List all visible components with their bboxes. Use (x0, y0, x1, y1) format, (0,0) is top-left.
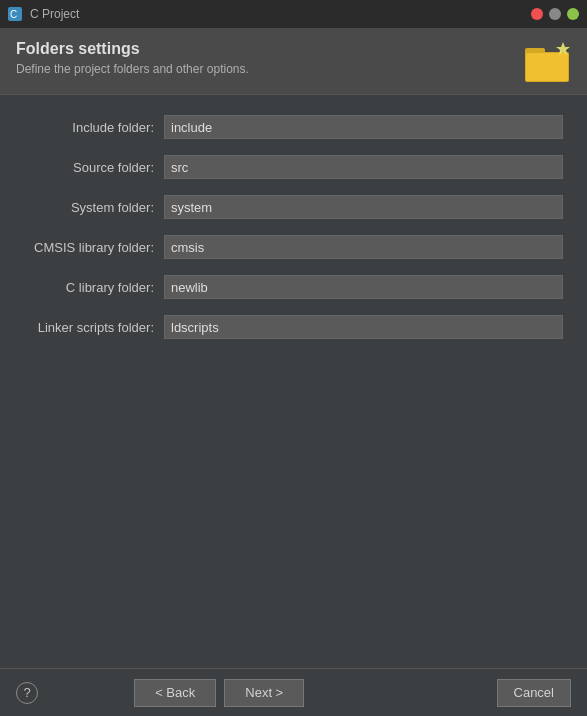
navigation-buttons: < Back Next > (134, 679, 304, 707)
input-linker-scripts-folder[interactable] (164, 315, 563, 339)
window-controls (531, 8, 579, 20)
input-c-library-folder[interactable] (164, 275, 563, 299)
next-button[interactable]: Next > (224, 679, 304, 707)
form-row-c-library-folder: C library folder: (24, 275, 563, 299)
form-row-linker-scripts-folder: Linker scripts folder: (24, 315, 563, 339)
back-button[interactable]: < Back (134, 679, 216, 707)
minimize-button[interactable] (549, 8, 561, 20)
form-row-source-folder: Source folder: (24, 155, 563, 179)
svg-text:C: C (10, 9, 17, 20)
form-row-system-folder: System folder: (24, 195, 563, 219)
label-source-folder: Source folder: (24, 160, 164, 175)
header-text: Folders settings Define the project fold… (16, 40, 249, 76)
label-c-library-folder: C library folder: (24, 280, 164, 295)
form-row-cmsis-folder: CMSIS library folder: (24, 235, 563, 259)
form-row-include-folder: Include folder: (24, 115, 563, 139)
close-button[interactable] (531, 8, 543, 20)
bottom-bar: ? < Back Next > Cancel (0, 668, 587, 716)
app-icon: C (8, 7, 22, 21)
label-include-folder: Include folder: (24, 120, 164, 135)
label-cmsis-folder: CMSIS library folder: (24, 240, 164, 255)
title-bar: C C Project (0, 0, 587, 28)
form-content: Include folder:Source folder:System fold… (0, 95, 587, 375)
dialog-header: Folders settings Define the project fold… (0, 28, 587, 95)
page-subtitle: Define the project folders and other opt… (16, 62, 249, 76)
label-system-folder: System folder: (24, 200, 164, 215)
input-cmsis-folder[interactable] (164, 235, 563, 259)
folder-icon (523, 40, 571, 84)
page-title: Folders settings (16, 40, 249, 58)
input-system-folder[interactable] (164, 195, 563, 219)
svg-rect-4 (526, 53, 568, 81)
cancel-button[interactable]: Cancel (497, 679, 571, 707)
input-include-folder[interactable] (164, 115, 563, 139)
help-button[interactable]: ? (16, 682, 38, 704)
label-linker-scripts-folder: Linker scripts folder: (24, 320, 164, 335)
input-source-folder[interactable] (164, 155, 563, 179)
maximize-button[interactable] (567, 8, 579, 20)
window-title: C Project (30, 7, 523, 21)
